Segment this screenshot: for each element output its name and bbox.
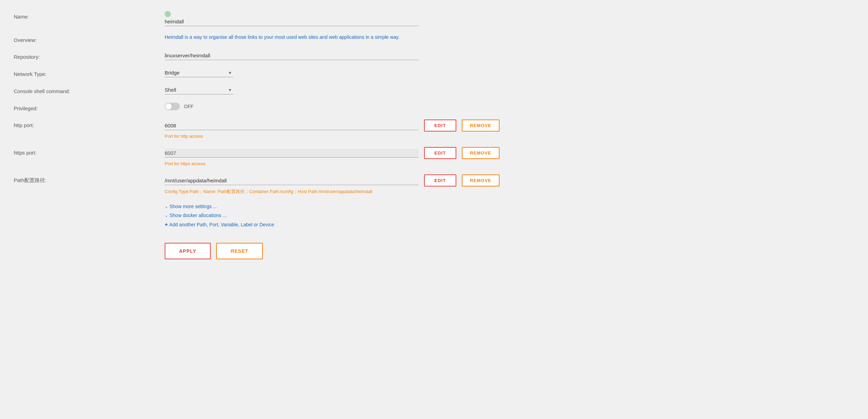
privileged-row: Privileged: OFF: [0, 99, 868, 115]
network-type-select[interactable]: Bridge Host None Custom: [165, 68, 233, 77]
show-more-settings-link[interactable]: ⌄ Show more settings ...: [165, 204, 854, 209]
privileged-state-label: OFF: [184, 104, 193, 109]
overview-label: Overview:: [14, 34, 165, 43]
overview-field-col: Heimdall is a way to organise all those …: [165, 34, 854, 40]
chevron-down-icon-2: ⌄: [165, 213, 168, 218]
privileged-field-col: OFF: [165, 103, 854, 110]
https-port-label: https port:: [14, 147, 165, 156]
http-port-edit-button[interactable]: EDIT: [424, 120, 456, 132]
https-port-row: https port: EDIT REMOVE Port for https a…: [0, 143, 868, 170]
http-port-hint: Port for http access: [165, 134, 854, 139]
show-docker-allocations-label: Show docker allocations ...: [169, 213, 227, 218]
repository-row: Repository:: [0, 47, 868, 64]
https-port-edit-button[interactable]: EDIT: [424, 147, 456, 159]
repository-field-col: [165, 51, 854, 60]
path-info-text: Config Type:Path；Name: Path配置路径；Containe…: [165, 189, 542, 195]
show-more-settings-label: Show more settings ...: [169, 204, 217, 209]
bottom-buttons-row: APPLY RESET: [0, 232, 868, 263]
name-field-col: [165, 11, 854, 26]
privileged-toggle[interactable]: [165, 103, 180, 110]
status-indicator: [165, 11, 171, 17]
expand-links-col: ⌄ Show more settings ... ⌄ Show docker a…: [165, 203, 854, 228]
path-field-col: EDIT REMOVE Config Type:Path；Name: Path配…: [165, 174, 854, 195]
path-row: Path配置路径: EDIT REMOVE Config Type:Path；N…: [0, 170, 868, 199]
path-label: Path配置路径:: [14, 174, 165, 184]
privileged-label: Privileged:: [14, 103, 165, 111]
network-type-row: Network Type: Bridge Host None Custom ▼: [0, 64, 868, 81]
https-port-remove-button[interactable]: REMOVE: [462, 147, 500, 159]
http-port-input[interactable]: [165, 121, 419, 130]
overview-row: Overview: Heimdall is a way to organise …: [0, 30, 868, 47]
https-port-field-col: EDIT REMOVE Port for https access: [165, 147, 854, 166]
network-type-label: Network Type:: [14, 68, 165, 77]
https-port-hint: Port for https access: [165, 161, 854, 166]
add-another-link[interactable]: + Add another Path, Port, Variable, Labe…: [165, 222, 854, 228]
privileged-toggle-wrapper: OFF: [165, 103, 854, 110]
plus-icon: +: [165, 222, 168, 228]
reset-button[interactable]: RESET: [216, 243, 263, 259]
name-input[interactable]: [165, 17, 419, 26]
https-port-input-row: EDIT REMOVE: [165, 147, 854, 159]
network-type-field-col: Bridge Host None Custom ▼: [165, 68, 854, 77]
toggle-slider: [165, 103, 180, 110]
http-port-label: http port:: [14, 120, 165, 128]
path-input[interactable]: [165, 176, 419, 185]
show-docker-allocations-link[interactable]: ⌄ Show docker allocations ...: [165, 213, 854, 218]
repository-label: Repository:: [14, 51, 165, 60]
expand-links-row: ⌄ Show more settings ... ⌄ Show docker a…: [0, 199, 868, 232]
form-container: Name: Overview: Heimdall is a way to org…: [0, 0, 868, 419]
network-type-select-wrapper: Bridge Host None Custom ▼: [165, 68, 233, 77]
repository-input[interactable]: [165, 51, 419, 60]
http-port-row: http port: EDIT REMOVE Port for http acc…: [0, 115, 868, 143]
bottom-buttons-col: APPLY RESET: [165, 236, 854, 259]
overview-text: Heimdall is a way to organise all those …: [165, 34, 576, 40]
path-remove-button[interactable]: REMOVE: [462, 174, 500, 186]
https-port-input[interactable]: [165, 149, 419, 158]
add-another-label: Add another Path, Port, Variable, Label …: [169, 222, 274, 227]
console-shell-field-col: Shell Bash Sh ash ▼: [165, 86, 854, 94]
path-edit-button[interactable]: EDIT: [424, 174, 456, 186]
name-label: Name:: [14, 11, 165, 20]
console-shell-select[interactable]: Shell Bash Sh ash: [165, 86, 233, 94]
bottom-buttons: APPLY RESET: [165, 236, 854, 259]
console-shell-select-wrapper: Shell Bash Sh ash ▼: [165, 86, 233, 94]
http-port-field-col: EDIT REMOVE Port for http access: [165, 120, 854, 139]
name-row: Name:: [0, 7, 868, 30]
console-shell-label: Console shell command:: [14, 86, 165, 94]
http-port-remove-button[interactable]: REMOVE: [462, 120, 500, 132]
path-input-row: EDIT REMOVE: [165, 174, 854, 186]
chevron-down-icon: ⌄: [165, 204, 168, 209]
apply-button[interactable]: APPLY: [165, 243, 211, 259]
console-shell-row: Console shell command: Shell Bash Sh ash…: [0, 81, 868, 99]
http-port-input-row: EDIT REMOVE: [165, 120, 854, 132]
